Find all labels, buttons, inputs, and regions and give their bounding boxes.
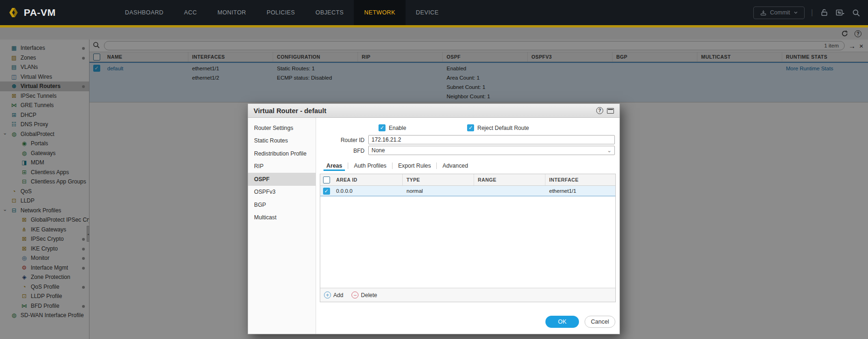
select-all-areas-checkbox[interactable] [323, 176, 330, 183]
chevron-down-icon [793, 10, 798, 15]
menu-static-routes[interactable]: Static Routes [248, 135, 316, 148]
menu-ospfv3[interactable]: OSPFv3 [248, 186, 316, 199]
areas-table-empty-space [320, 197, 615, 288]
nav-right-tools: Commit | [753, 7, 861, 19]
cell-area-id: 0.0.0.0 [332, 186, 403, 196]
enable-label: Enable [389, 125, 406, 131]
pan-os-screen: PA-VM DASHBOARD ACC MONITOR POLICIES OBJ… [0, 0, 868, 339]
top-nav: PA-VM DASHBOARD ACC MONITOR POLICIES OBJ… [0, 0, 868, 25]
chevron-down-icon: ⌄ [607, 147, 612, 154]
bfd-value: None [372, 147, 385, 154]
tab-device[interactable]: DEVICE [406, 0, 449, 25]
tab-auth-profiles[interactable]: Auth Profiles [348, 163, 392, 169]
cell-type: normal [403, 186, 474, 196]
menu-redistribution-profile[interactable]: Redistribution Profile [248, 147, 316, 160]
ospf-tabs: Areas Auth Profiles Export Rules Advance… [321, 161, 474, 171]
areas-table-footer: + Add − Delete [320, 288, 615, 302]
reject-default-route-label: Reject Default Route [477, 125, 529, 131]
enable-field: Enable [379, 124, 406, 131]
dialog-titlebar: Virtual Router - default ? [248, 104, 620, 118]
col-range[interactable]: RANGE [474, 174, 545, 185]
tab-areas[interactable]: Areas [321, 163, 348, 169]
menu-multicast[interactable]: Multicast [248, 211, 316, 224]
nav-separator: | [811, 8, 813, 17]
delete-label: Delete [361, 292, 377, 298]
row-checkbox-cell [320, 186, 332, 196]
tab-policies[interactable]: POLICIES [256, 0, 305, 25]
cell-range [474, 186, 545, 196]
search-icon[interactable] [851, 8, 861, 17]
tab-network[interactable]: NETWORK [354, 0, 406, 25]
menu-ospf[interactable]: OSPF [248, 173, 316, 186]
help-icon[interactable]: ? [596, 107, 603, 114]
palo-alto-logo-icon [7, 7, 20, 19]
bfd-label: BFD [316, 146, 365, 156]
dialog-body: Router Settings Static Routes Redistribu… [248, 118, 620, 334]
enable-checkbox[interactable] [379, 124, 386, 131]
dialog-menu: Router Settings Static Routes Redistribu… [248, 118, 316, 334]
tab-advanced[interactable]: Advanced [436, 163, 474, 169]
maximize-icon[interactable] [607, 108, 614, 114]
tab-monitor[interactable]: MONITOR [207, 0, 256, 25]
brand: PA-VM [7, 7, 101, 19]
router-id-label: Router ID [316, 136, 365, 145]
accent-stripe [0, 25, 868, 27]
tab-acc[interactable]: ACC [174, 0, 207, 25]
nav-tabs: DASHBOARD ACC MONITOR POLICIES OBJECTS N… [115, 0, 449, 25]
virtual-router-dialog: Virtual Router - default ? Router Settin… [248, 103, 620, 334]
dialog-title-icons: ? [596, 107, 614, 114]
cancel-button[interactable]: Cancel [585, 316, 615, 328]
delete-button[interactable]: − Delete [351, 292, 377, 298]
dialog-title: Virtual Router - default [254, 107, 326, 115]
delete-icon: − [351, 292, 358, 298]
menu-router-settings[interactable]: Router Settings [248, 122, 316, 135]
cell-interface: ethernet1/1 [545, 186, 615, 196]
menu-rip[interactable]: RIP [248, 160, 316, 173]
reject-default-route-checkbox[interactable] [467, 124, 474, 131]
router-id-input[interactable] [368, 135, 615, 144]
config-export-icon[interactable] [835, 8, 845, 17]
add-label: Add [333, 292, 343, 298]
tab-export-rules[interactable]: Export Rules [392, 163, 436, 169]
unlock-icon[interactable] [820, 8, 829, 17]
header-checkbox-cell [320, 174, 332, 185]
commit-button[interactable]: Commit [753, 7, 805, 19]
bfd-select[interactable]: None ⌄ [368, 146, 615, 155]
commit-label: Commit [770, 9, 790, 16]
tab-dashboard[interactable]: DASHBOARD [115, 0, 174, 25]
ok-button[interactable]: OK [545, 316, 579, 328]
col-area-id[interactable]: AREA ID [332, 174, 403, 185]
areas-table-header: AREA ID TYPE RANGE INTERFACE [320, 174, 615, 186]
tab-objects[interactable]: OBJECTS [305, 0, 354, 25]
commit-icon [760, 9, 767, 16]
col-type[interactable]: TYPE [403, 174, 474, 185]
add-icon: + [324, 292, 331, 298]
col-interface[interactable]: INTERFACE [545, 174, 615, 185]
reject-default-route-field: Reject Default Route [467, 124, 529, 131]
add-button[interactable]: + Add [324, 292, 343, 298]
menu-bgp[interactable]: BGP [248, 198, 316, 211]
brand-name: PA-VM [24, 7, 56, 18]
area-row[interactable]: 0.0.0.0 normal ethernet1/1 [320, 186, 615, 197]
ospf-panel: Enable Reject Default Route Router ID BF… [316, 118, 620, 334]
area-row-checkbox[interactable] [323, 188, 330, 195]
areas-table: AREA ID TYPE RANGE INTERFACE 0.0.0.0 nor… [320, 174, 616, 302]
